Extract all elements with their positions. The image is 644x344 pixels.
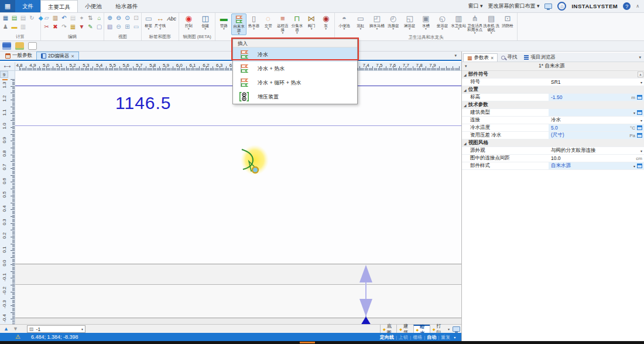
- zoom-out-icon[interactable]: ⊖: [115, 13, 122, 22]
- zoom-page-icon[interactable]: ▭: [132, 22, 140, 31]
- drawing-canvas[interactable]: 1146.5 ⌖≡: [15, 71, 461, 325]
- menu-item-cold-circulation-hot-water[interactable]: 冷水 + 循环 + 热水: [233, 76, 357, 90]
- property-value-symbol[interactable]: SR1: [549, 79, 616, 86]
- undo-icon[interactable]: ↶: [60, 13, 68, 22]
- section-view-style[interactable]: ◢视图风格: [462, 139, 644, 147]
- ribbon-tap-water-source-tool[interactable]: 自来水源▾: [231, 13, 247, 35]
- sync-icon[interactable]: ↻: [28, 13, 36, 22]
- layer-tab-basemap[interactable]: ◆底图: [380, 325, 396, 333]
- layers-icon[interactable]: ▥: [19, 22, 27, 31]
- user-icon[interactable]: ♟: [2, 22, 9, 31]
- help-icon[interactable]: ?: [623, 2, 631, 10]
- ribbon-fixtures-points-tool[interactable]: ⋔卫生洁具和用水点▾: [467, 13, 483, 34]
- ribbon-washbasin-tool[interactable]: ◴洗脸盆▾: [385, 13, 402, 34]
- storey-select[interactable]: ▨ -1 ▾: [27, 325, 85, 333]
- chevron-down-icon[interactable]: ▾: [640, 80, 642, 84]
- save-icon[interactable]: [2, 42, 11, 50]
- delete-icon[interactable]: ✖: [52, 22, 59, 31]
- open-icon[interactable]: [15, 42, 24, 50]
- link-window-icon[interactable]: [637, 95, 642, 100]
- menu-item-cold-hot-water[interactable]: 冷水 + 热水: [233, 62, 357, 76]
- section-position[interactable]: ◢位置: [462, 86, 644, 94]
- monitor-icon[interactable]: [451, 325, 461, 333]
- property-value-elevation[interactable]: -1.50: [549, 94, 616, 101]
- section-technical-params[interactable]: ◢技术参数: [462, 101, 644, 109]
- property-value-component-style[interactable]: 自来水源: [549, 162, 616, 169]
- ribbon-washer-dishwasher-tool[interactable]: ▤洗衣机 洗碗机▾: [483, 13, 499, 34]
- redo-icon[interactable]: ↷: [60, 22, 68, 31]
- marquee-icon[interactable]: ▢: [95, 22, 103, 31]
- ribbon-pump-tool[interactable]: ◉泵▾: [318, 13, 333, 35]
- table-add-icon[interactable]: ▦: [69, 22, 77, 31]
- chevron-down-icon[interactable]: ▾: [633, 111, 635, 115]
- chevron-down-icon[interactable]: ▾: [454, 335, 455, 339]
- warning-icon[interactable]: ⚠: [15, 334, 20, 340]
- property-value-cold-water-temperature[interactable]: 5.0: [549, 124, 616, 131]
- layer-tab-print[interactable]: ◆打印: [430, 325, 446, 333]
- ribbon-bidet-tool[interactable]: ◵坐浴盆▾: [434, 13, 450, 34]
- report-green-icon[interactable]: ▤: [11, 13, 18, 22]
- close-icon[interactable]: ×: [71, 53, 74, 59]
- ribbon-dimension-line-tool[interactable]: ↔尺寸线▾: [155, 13, 166, 30]
- chevron-down-icon[interactable]: ▾: [639, 55, 641, 60]
- link-window-icon[interactable]: [637, 133, 642, 138]
- app-icon[interactable]: ▦: [0, 0, 15, 12]
- chevron-down-icon[interactable]: ▾: [633, 164, 635, 168]
- ribbon-manifold-tool[interactable]: ⊓分集水器▾: [290, 13, 304, 35]
- panel-tab-parameter-table[interactable]: ▦参数表×: [463, 53, 498, 62]
- funnel-icon[interactable]: ▼: [78, 22, 85, 31]
- ribbon-sink-tool[interactable]: ▣水槽▾: [418, 13, 434, 34]
- editor-tabs-caret-icon[interactable]: ▾: [454, 53, 457, 58]
- ribbon-control-tool[interactable]: ◉控制▾: [180, 13, 197, 30]
- pin-icon[interactable]: ⌖: [78, 13, 85, 22]
- mode-toggle-lock[interactable]: 上锁: [399, 334, 408, 340]
- layer-tab-building[interactable]: ◆建筑: [396, 325, 413, 333]
- ribbon-remote-connection-tool[interactable]: ≡远程连接▾: [276, 13, 290, 35]
- collapse-ribbon-icon[interactable]: ∧: [636, 4, 639, 9]
- panel-tab-find[interactable]: 寻找: [498, 53, 520, 62]
- report-gray-icon[interactable]: ▤: [19, 13, 27, 22]
- ribbon-label-tool[interactable]: ▭标签▾: [143, 13, 155, 30]
- link-window-icon[interactable]: [637, 125, 642, 130]
- copy-icon[interactable]: ▱: [43, 13, 50, 22]
- menu-tab-urinals[interactable]: 小便池: [78, 0, 109, 12]
- cut-icon[interactable]: ✂: [43, 22, 50, 31]
- magic-icon[interactable]: ✎: [87, 22, 94, 31]
- paste-icon[interactable]: ▥: [52, 13, 59, 22]
- ribbon-riser-tool[interactable]: ◌立管▾: [261, 13, 276, 35]
- menu-tab-water-supply-components[interactable]: 给水器件: [109, 0, 145, 12]
- new-icon[interactable]: [28, 42, 37, 50]
- link-window-icon[interactable]: [637, 164, 642, 168]
- ribbon-sanitary-station-tool[interactable]: ▥水卫生站▾: [450, 13, 467, 34]
- ribbon-urinal-tool[interactable]: ◓小便池▾: [336, 13, 352, 34]
- ribbon-abc-text-tool[interactable]: Abc: [166, 13, 177, 30]
- window-menu[interactable]: 窗口 ▾: [468, 2, 482, 10]
- menu-item-cold-water[interactable]: 冷水: [233, 47, 357, 62]
- menu-tab-file[interactable]: 文件: [15, 0, 40, 12]
- close-icon[interactable]: ×: [491, 55, 494, 61]
- zoom-ext-icon[interactable]: ⊡: [132, 13, 140, 22]
- building-icon[interactable]: ⌂: [95, 13, 103, 22]
- swap-icon[interactable]: ⇅: [87, 13, 94, 22]
- ribbon-bathtub-tool[interactable]: ▭浴缸▾: [352, 13, 369, 34]
- marquee2-icon[interactable]: ▧: [106, 22, 114, 31]
- layer-tab-water-supply[interactable]: ◆给水: [413, 325, 430, 333]
- menu-item-booster-device[interactable]: 增压装置: [233, 90, 357, 104]
- scroll-up-icon[interactable]: ▲: [638, 71, 643, 77]
- property-value-connection[interactable]: 冷水: [549, 117, 616, 124]
- section-component-symbol[interactable]: ◢部件符号▲: [462, 71, 644, 79]
- property-value-connection-point-spacing[interactable]: 10.0: [549, 155, 616, 162]
- storey-up-icon[interactable]: ▲: [4, 326, 9, 332]
- mode-toggle-auto[interactable]: 自动: [427, 334, 436, 340]
- zoom-find-icon[interactable]: ⊙: [124, 13, 131, 22]
- property-value-source-appearance[interactable]: 与阀的分支鞍形连接: [549, 147, 616, 154]
- ribbon-shower-tray-tool[interactable]: ◱淋浴盆▾: [402, 13, 418, 34]
- ribbon-water-heater-tool[interactable]: ▯热水器▾: [246, 13, 261, 35]
- ribbon-hydrant-tool[interactable]: ⊡消防栓: [499, 13, 516, 34]
- property-value-building-type[interactable]: [549, 109, 616, 116]
- panel-tab-project-browser[interactable]: 项目浏览器: [520, 53, 559, 62]
- ribbon-create-tool[interactable]: ◫创建▾: [197, 13, 214, 30]
- ribbon-pipes-tool[interactable]: ▬管路▾: [217, 13, 231, 35]
- editor-tab-general-params[interactable]: 一般参数: [1, 52, 36, 60]
- menu-tab-main-tools[interactable]: 主要工具: [40, 0, 78, 12]
